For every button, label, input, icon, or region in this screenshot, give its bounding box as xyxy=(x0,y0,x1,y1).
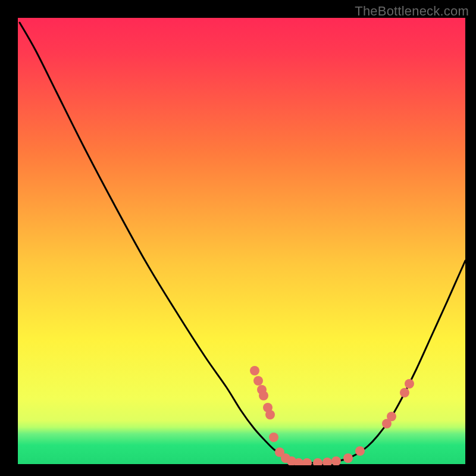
curve-dot xyxy=(313,458,322,468)
curve-dot xyxy=(355,446,365,456)
bottleneck-chart xyxy=(0,0,476,476)
curve-dot xyxy=(253,376,263,386)
curve-dot xyxy=(265,410,275,419)
curve-dot xyxy=(387,412,396,421)
chart-stage: TheBottleneck.com xyxy=(0,0,476,476)
curve-dot xyxy=(343,453,353,463)
curve-dot xyxy=(322,458,332,467)
watermark-label: TheBottleneck.com xyxy=(355,4,469,19)
heat-gradient-area xyxy=(18,18,465,465)
curve-dot xyxy=(269,433,278,442)
curve-dot xyxy=(250,366,259,375)
curve-dot xyxy=(400,388,409,397)
curve-dot xyxy=(302,458,312,468)
curve-dot xyxy=(405,379,414,389)
curve-dot xyxy=(259,391,268,400)
curve-dot xyxy=(294,458,303,468)
bottom-black-strip xyxy=(18,464,465,465)
curve-dot xyxy=(331,456,341,466)
